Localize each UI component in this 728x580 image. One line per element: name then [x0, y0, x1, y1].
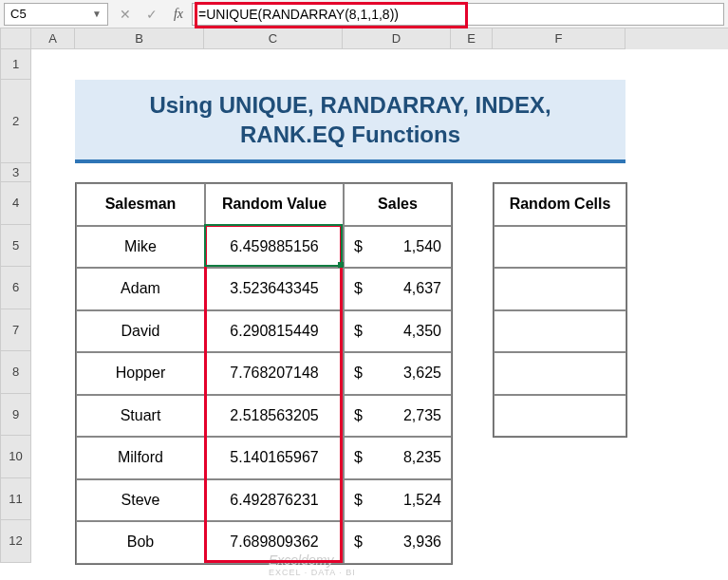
- cell-salesman[interactable]: Bob: [76, 521, 205, 564]
- col-header-F[interactable]: F: [493, 28, 625, 49]
- table-row: Hopper7.768207148$3,625: [76, 352, 452, 395]
- random-cell-4[interactable]: [494, 352, 626, 395]
- spreadsheet-grid: A B C D E F 1 2 3 4 5 6 7 8 9 10 11 12 U…: [0, 28, 728, 563]
- select-all-corner[interactable]: [1, 28, 31, 49]
- header-salesman[interactable]: Salesman: [76, 183, 205, 226]
- cell-sales[interactable]: $8,235: [344, 437, 452, 479]
- formula-bar: C5 ▼ ✕ ✓ fx =UNIQUE(RANDARRAY(8,1,1,8)): [0, 0, 728, 28]
- enter-icon[interactable]: ✓: [139, 3, 165, 26]
- table-row: Adam3.523643345$4,637: [76, 268, 452, 310]
- name-box[interactable]: C5 ▼: [4, 3, 108, 26]
- cell-salesman[interactable]: Milford: [76, 437, 205, 479]
- header-random[interactable]: Random Value: [205, 183, 344, 226]
- cell-sales[interactable]: $4,637: [344, 268, 452, 310]
- row-header-1[interactable]: 1: [1, 49, 31, 80]
- header-sales[interactable]: Sales: [344, 183, 452, 226]
- cell-salesman[interactable]: Stuart: [76, 395, 205, 438]
- table-row: Steve6.492876231$1,524: [76, 479, 452, 522]
- table-row: David6.290815449$4,350: [76, 310, 452, 353]
- random-cell-5[interactable]: [494, 395, 626, 438]
- row-headers: 1 2 3 4 5 6 7 8 9 10 11 12: [1, 49, 31, 563]
- cell-random[interactable]: 7.689809362: [205, 521, 344, 564]
- cancel-icon[interactable]: ✕: [112, 3, 139, 26]
- cell-sales[interactable]: $3,625: [344, 352, 452, 395]
- table-row: Milford5.140165967$8,235: [76, 437, 452, 479]
- cell-salesman[interactable]: Steve: [76, 479, 205, 522]
- col-header-C[interactable]: C: [204, 28, 343, 49]
- table-header-row: Salesman Random Value Sales: [76, 183, 452, 226]
- cell-reference: C5: [10, 7, 27, 21]
- table-row: Bob7.689809362$3,936: [76, 521, 452, 564]
- cell-random[interactable]: 3.523643345: [205, 268, 344, 310]
- row-header-8[interactable]: 8: [1, 351, 31, 394]
- formula-input[interactable]: =UNIQUE(RANDARRAY(8,1,1,8)): [192, 3, 724, 26]
- col-header-E[interactable]: E: [451, 28, 493, 49]
- cell-random[interactable]: 6.492876231: [205, 479, 344, 522]
- cell-sales[interactable]: $4,350: [344, 310, 452, 353]
- main-table: Salesman Random Value Sales Mike6.459885…: [75, 182, 453, 565]
- column-headers: A B C D E F: [1, 28, 728, 49]
- cell-sales[interactable]: $1,540: [344, 226, 452, 269]
- cell-sales[interactable]: $2,735: [344, 395, 452, 438]
- row-header-7[interactable]: 7: [1, 309, 31, 352]
- cell-salesman[interactable]: Hopper: [76, 352, 205, 395]
- cells-area[interactable]: Using UNIQUE, RANDARRAY, INDEX, RANK.EQ …: [31, 49, 728, 563]
- random-cell-1[interactable]: [494, 226, 626, 269]
- page-title: Using UNIQUE, RANDARRAY, INDEX, RANK.EQ …: [75, 80, 625, 163]
- col-header-B[interactable]: B: [75, 28, 204, 49]
- table-row: Stuart2.518563205$2,735: [76, 395, 452, 438]
- row-header-3[interactable]: 3: [1, 163, 31, 182]
- table-row: Mike6.459885156$1,540: [76, 226, 452, 269]
- cell-salesman[interactable]: Adam: [76, 268, 205, 310]
- row-header-4[interactable]: 4: [1, 182, 31, 225]
- cell-random[interactable]: 7.768207148: [205, 352, 344, 395]
- random-cell-2[interactable]: [494, 268, 626, 310]
- random-cells-table: Random Cells: [493, 182, 627, 438]
- random-cell-3[interactable]: [494, 310, 626, 353]
- fx-icon[interactable]: fx: [165, 3, 192, 26]
- col-header-A[interactable]: A: [31, 28, 75, 49]
- cell-salesman[interactable]: Mike: [76, 226, 205, 269]
- cell-sales[interactable]: $3,936: [344, 521, 452, 564]
- cell-salesman[interactable]: David: [76, 310, 205, 353]
- dropdown-icon[interactable]: ▼: [92, 9, 102, 19]
- row-header-2[interactable]: 2: [1, 80, 31, 163]
- cell-random[interactable]: 2.518563205: [205, 395, 344, 438]
- formula-text: =UNIQUE(RANDARRAY(8,1,1,8)): [198, 7, 399, 22]
- row-header-12[interactable]: 12: [1, 520, 31, 563]
- cell-random[interactable]: 6.290815449: [205, 310, 344, 353]
- cell-random[interactable]: 5.140165967: [205, 437, 344, 479]
- row-header-11[interactable]: 11: [1, 478, 31, 521]
- row-header-9[interactable]: 9: [1, 394, 31, 437]
- row-header-5[interactable]: 5: [1, 225, 31, 268]
- header-random-cells[interactable]: Random Cells: [494, 183, 626, 226]
- row-header-6[interactable]: 6: [1, 267, 31, 309]
- row-header-10[interactable]: 10: [1, 436, 31, 478]
- col-header-D[interactable]: D: [343, 28, 451, 49]
- cell-random[interactable]: 6.459885156: [205, 226, 344, 269]
- cell-sales[interactable]: $1,524: [344, 479, 452, 522]
